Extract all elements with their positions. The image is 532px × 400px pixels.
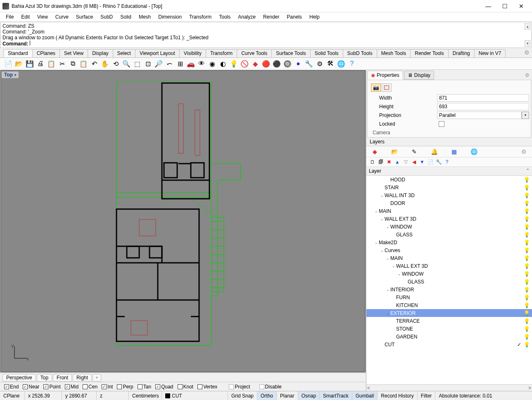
layer-row[interactable]: STAIR💡: [366, 183, 532, 191]
layer-row[interactable]: STONE💡: [366, 325, 532, 333]
command-history[interactable]: Command: ZSCommand: '_ZoomDrag a window …: [0, 22, 532, 48]
osnap-checkbox[interactable]: [178, 384, 183, 389]
menu-help[interactable]: Help: [306, 13, 323, 21]
layer-row[interactable]: ⌄WALL EXT 3D💡: [366, 262, 532, 270]
properties-tab[interactable]: ◉ Properties: [367, 71, 403, 80]
light-icon[interactable]: 💡: [229, 59, 239, 69]
view-tab-front[interactable]: Front: [53, 374, 72, 381]
viewport-props-icon[interactable]: 📷: [371, 83, 381, 92]
osnap-perp[interactable]: Perp: [115, 384, 135, 390]
layer-visibility-icon[interactable]: 💡: [524, 255, 530, 261]
menu-analyze[interactable]: Analyze: [235, 13, 259, 21]
menu-dimension[interactable]: Dimension: [155, 13, 185, 21]
menu-view[interactable]: View: [34, 13, 51, 21]
osnap-tan[interactable]: Tan: [136, 384, 153, 390]
layer-row[interactable]: GLASS💡: [366, 278, 532, 286]
layer-visibility-icon[interactable]: 💡: [524, 185, 530, 190]
layer-visibility-icon[interactable]: 💡: [524, 216, 530, 222]
osnap-end[interactable]: End: [2, 384, 20, 390]
osnap-disable[interactable]: Disable: [258, 384, 283, 390]
named-view-icon[interactable]: 🚗: [186, 59, 196, 69]
menu-transform[interactable]: Transform: [186, 13, 215, 21]
four-view-icon[interactable]: ⊞: [175, 59, 185, 69]
layer-visibility-icon[interactable]: 💡: [524, 326, 530, 332]
status-cplane[interactable]: CPlane: [0, 391, 25, 400]
osnap-near[interactable]: Near: [21, 384, 41, 390]
layer-row[interactable]: ⌄Curves💡: [366, 246, 532, 254]
status-gumball[interactable]: Gumball: [352, 391, 378, 400]
cplane-icon[interactable]: 👁: [197, 59, 207, 69]
set-cplane-icon[interactable]: ◉: [207, 59, 217, 69]
layer-visibility-icon[interactable]: 💡: [524, 342, 530, 348]
copy-icon[interactable]: ⧉: [68, 59, 78, 69]
viewport-top[interactable]: Top ▾: [0, 70, 366, 372]
view-tab-top[interactable]: Top: [37, 374, 52, 381]
layer-globe-icon[interactable]: 🌐: [468, 147, 480, 156]
menu-panels[interactable]: Panels: [283, 13, 305, 21]
osnap-checkbox[interactable]: [138, 384, 142, 389]
layer-expand-icon[interactable]: ⌄: [397, 272, 402, 276]
layer-visibility-icon[interactable]: 💡: [524, 318, 530, 324]
options-icon[interactable]: 🔧: [304, 59, 314, 69]
layer-row[interactable]: KITCHEN💡: [366, 301, 532, 309]
filter-icon[interactable]: ▼: [418, 158, 426, 166]
zoom-selected-icon[interactable]: 🔎: [154, 59, 164, 69]
layer-folder-icon[interactable]: 📂: [389, 147, 400, 156]
layer-row[interactable]: ⌄WINDOW💡: [366, 270, 532, 278]
layer-expand-icon[interactable]: ⌄: [385, 311, 390, 315]
layer-visibility-icon[interactable]: 💡: [524, 224, 530, 230]
add-view-tab[interactable]: +: [93, 374, 101, 381]
layer-expand-icon[interactable]: ⌄: [391, 264, 396, 268]
osnap-checkbox[interactable]: [23, 384, 28, 389]
status-ortho[interactable]: Ortho: [257, 391, 277, 400]
new-layer-icon[interactable]: 🗋: [369, 158, 376, 166]
layer-wrench-icon[interactable]: 🔧: [435, 158, 442, 166]
layer-expand-icon[interactable]: ⌄: [374, 240, 379, 245]
osnap-quad[interactable]: Quad: [154, 384, 175, 390]
object-props-icon[interactable]: 🔴: [261, 59, 271, 69]
layer-visibility-icon[interactable]: 💡: [524, 334, 530, 340]
layer-row[interactable]: CUT✓💡: [366, 340, 532, 348]
pan-icon[interactable]: ✋: [100, 59, 110, 69]
projection-select[interactable]: Parallel: [437, 112, 522, 119]
menu-file[interactable]: File: [2, 13, 17, 21]
menu-curve[interactable]: Curve: [52, 13, 72, 21]
display-tab[interactable]: 🖥 Display: [404, 71, 434, 80]
layer-row[interactable]: TERRACE💡: [366, 317, 532, 325]
menu-subd[interactable]: SubD: [97, 13, 116, 21]
osnap-checkbox[interactable]: [43, 384, 48, 389]
view-tab-right[interactable]: Right: [73, 374, 92, 381]
layer-visibility-icon[interactable]: 💡: [524, 271, 530, 277]
delete-layer-icon[interactable]: ✖: [385, 158, 393, 166]
move-up-icon[interactable]: ▲: [394, 158, 401, 166]
status-layer[interactable]: CUT: [162, 391, 228, 400]
options3-icon[interactable]: 🛠: [325, 59, 335, 69]
toolbar-tab-standard[interactable]: Standard: [3, 49, 33, 57]
layer-material-icon[interactable]: ▦: [448, 147, 460, 156]
menu-edit[interactable]: Edit: [18, 13, 33, 21]
locked-checkbox[interactable]: [439, 121, 444, 127]
layer-visibility-icon[interactable]: 💡: [524, 287, 530, 293]
layer-visibility-icon[interactable]: 💡: [524, 177, 530, 183]
layer-row[interactable]: ⌄Make2D💡: [366, 238, 532, 246]
move-down-icon[interactable]: ▽: [402, 158, 409, 166]
layer-expand-icon[interactable]: ⌄: [385, 256, 390, 260]
hide-icon[interactable]: 🚫: [240, 59, 249, 69]
undo-view-icon[interactable]: ⤺: [164, 59, 174, 69]
status-planar[interactable]: Planar: [277, 391, 298, 400]
layer-expand-icon[interactable]: ⌄: [380, 193, 385, 198]
width-input[interactable]: [437, 94, 529, 102]
new-sublayer-icon[interactable]: 🗐: [377, 158, 385, 166]
layer-expand-icon[interactable]: ⌄: [374, 209, 379, 213]
copy-clip-icon[interactable]: 📋: [46, 59, 56, 69]
cut-icon[interactable]: ✂: [57, 59, 67, 69]
shade-icon[interactable]: ◐: [218, 59, 228, 69]
toolbar-tab-new-in-v7[interactable]: New in V7: [474, 49, 506, 57]
toolbar-tab-transform[interactable]: Transform: [206, 49, 237, 57]
status-units[interactable]: Centimeters: [129, 391, 162, 400]
menu-tools[interactable]: Tools: [216, 13, 234, 21]
toolbar-tab-solid-tools[interactable]: Solid Tools: [310, 49, 343, 57]
zoom-window-icon[interactable]: ⬚: [132, 59, 142, 69]
rotate-view-icon[interactable]: ⟲: [111, 59, 121, 69]
layer-visibility-icon[interactable]: 💡: [524, 248, 530, 253]
